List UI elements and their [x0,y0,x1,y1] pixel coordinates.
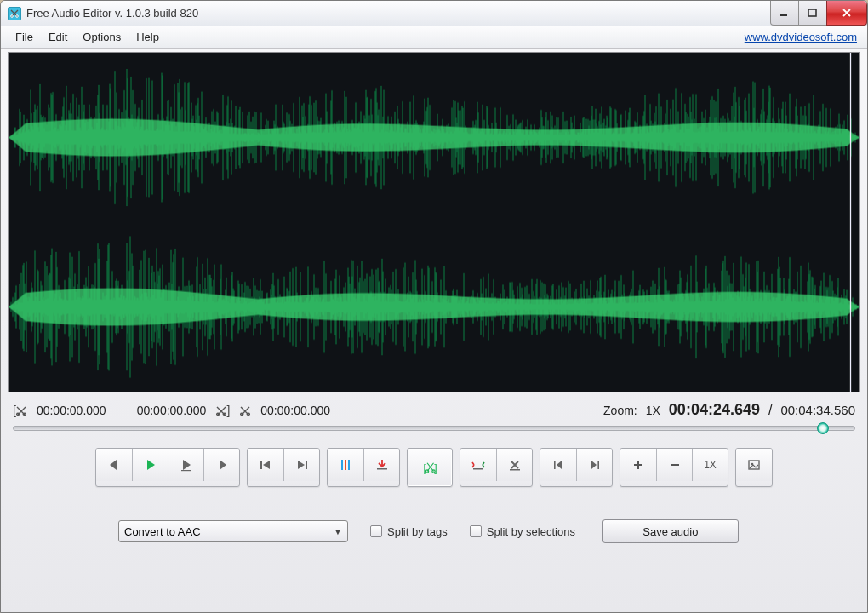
checkbox-box-icon [470,525,482,537]
menu-file[interactable]: File [8,28,41,46]
marker-group [327,448,400,487]
svg-rect-16 [377,468,387,470]
svg-rect-11 [260,461,262,469]
go-sel-start-button[interactable] [540,449,576,481]
go-start-button[interactable] [248,449,283,481]
zoom-label: Zoom: [603,404,637,417]
time-separator: / [768,403,772,418]
selection-end-time: 00:00:00.000 [137,404,207,417]
menu-edit[interactable]: Edit [41,28,75,46]
add-markers-button[interactable] [328,449,363,481]
play-button[interactable] [132,449,168,481]
cut-selection-button[interactable]: [] [407,448,453,487]
checkbox-box-icon [370,525,382,537]
menubar: File Edit Options Help www.dvdvideosoft.… [1,26,867,49]
playback-group [95,448,240,487]
skip-forward-button[interactable] [203,449,239,481]
zoom-value: 1X [646,404,660,417]
svg-rect-15 [348,460,350,470]
save-audio-button[interactable]: Save audio [602,519,739,543]
seek-slider-row [8,426,860,434]
scissors-close-icon: ] [216,404,230,417]
play-selection-button[interactable] [168,449,203,481]
app-icon [8,7,21,20]
scissors-open-icon: [ [13,404,26,417]
svg-rect-24 [597,461,599,469]
selection-times: [ 00:00:00.000 00:00:00.000 ] 00:00:00.0… [13,404,330,417]
zoom-reset-button[interactable]: 1X [692,449,728,481]
zoom-out-button[interactable] [656,449,692,481]
minimize-button[interactable] [770,1,799,26]
zoom-in-button[interactable] [620,449,656,481]
svg-rect-10 [181,470,191,471]
split-tags-label: Split by tags [387,525,448,538]
cursor-scissors-icon [240,404,250,417]
duration-time: 00:04:34.560 [780,403,855,417]
svg-rect-21 [473,468,483,470]
position-time: 00:04:24.649 [669,401,760,419]
convert-format-label: Convert to AAC [124,525,201,538]
seek-thumb[interactable] [817,422,829,434]
go-sel-end-button[interactable] [576,449,612,481]
waveform-display[interactable] [8,52,860,392]
save-audio-label: Save audio [642,525,698,538]
content-area: [ 00:00:00.000 00:00:00.000 ] 00:00:00.0… [1,49,867,612]
playhead-indicator [850,53,851,392]
delete-selection-button[interactable] [496,449,532,481]
view-group [735,448,773,487]
split-by-tags-checkbox[interactable]: Split by tags [370,525,448,538]
titlebar[interactable]: Free Audio Editor v. 1.0.3 build 820 [1,1,867,26]
svg-rect-14 [345,460,346,470]
window-controls [771,1,867,26]
maximize-button[interactable] [798,1,827,26]
svg-rect-13 [341,460,343,470]
trim-outside-button[interactable] [460,449,496,481]
trim-group [460,448,533,487]
cursor-time: 00:00:00.000 [260,404,330,417]
selection-start-time: 00:00:00.000 [37,404,106,417]
zoom-group: 1X [620,448,728,487]
split-sel-label: Split by selections [487,525,575,538]
window-title: Free Audio Editor v. 1.0.3 build 820 [26,7,771,20]
dropdown-arrow-icon: ▼ [334,527,342,536]
go-end-button[interactable] [283,449,319,481]
selection-edge-group [540,448,613,487]
svg-rect-3 [808,9,816,16]
close-button[interactable] [826,1,867,26]
svg-text:]: ] [434,462,437,474]
skip-back-button[interactable] [96,449,132,481]
transport-toolbar: [] 1X [8,434,860,496]
website-link[interactable]: www.dvdvideosoft.com [745,31,860,43]
svg-rect-2 [780,14,787,16]
app-window: Free Audio Editor v. 1.0.3 build 820 Fil… [0,0,868,613]
menu-options[interactable]: Options [75,28,128,46]
seek-group [247,448,320,487]
convert-format-combo[interactable]: Convert to AAC ▼ [118,520,348,542]
svg-rect-12 [306,461,307,469]
seek-slider[interactable] [13,426,855,431]
svg-rect-23 [554,461,556,469]
time-info-row: [ 00:00:00.000 00:00:00.000 ] 00:00:00.0… [8,392,860,426]
svg-rect-22 [510,469,520,471]
split-by-selections-checkbox[interactable]: Split by selections [470,525,575,538]
bottom-bar: Convert to AAC ▼ Split by tags Split by … [8,496,860,552]
menu-help[interactable]: Help [128,28,167,46]
image-view-button[interactable] [736,449,772,481]
add-marker-button[interactable] [363,449,399,481]
